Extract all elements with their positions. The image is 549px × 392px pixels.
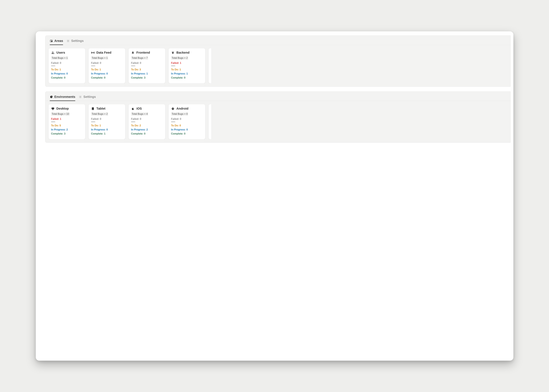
card-tablet[interactable]: Tablet Total Bugs = 2 Failed: 0 To Do: 1…: [88, 104, 125, 139]
card-title: Backend: [176, 51, 190, 54]
stat-complete: Complete: 0: [91, 76, 123, 79]
cards-row-environments: Desktop Total Bugs = 10 Failed: 1 To Do:…: [45, 101, 510, 139]
apple-icon: [131, 107, 134, 110]
card-desktop[interactable]: Desktop Total Bugs = 10 Failed: 1 To Do:…: [49, 104, 85, 139]
tab-label: Areas: [54, 39, 63, 43]
total-bugs: Total Bugs = 10: [51, 112, 70, 116]
tab-environments[interactable]: Environments: [50, 95, 75, 101]
total-bugs: Total Bugs = 4: [131, 112, 148, 116]
total-bugs: Total Bugs = 7: [131, 56, 148, 60]
tab-areas[interactable]: Areas: [50, 39, 63, 45]
svg-point-7: [80, 97, 81, 97]
columns-icon: [50, 39, 53, 42]
tab-environments-settings[interactable]: Settings: [79, 95, 96, 101]
total-bugs: Total Bugs = 1: [91, 56, 108, 60]
tab-label: Environments: [54, 95, 75, 99]
chevrons-down-icon: [171, 51, 175, 54]
stat-todo: To Do: 1: [91, 124, 123, 127]
card-data-feed[interactable]: Data Feed Total Bugs = 1 Failed: 0 To Do…: [88, 48, 125, 84]
card-frontend[interactable]: Frontend Total Bugs = 7 Failed: 0 To Do:…: [128, 48, 165, 84]
tablet-icon: [91, 107, 95, 110]
stat-inprogress: In Progress: 0: [91, 128, 123, 131]
stat-todo: To Do: 2: [131, 124, 163, 127]
stat-complete: Complete: 1: [91, 132, 123, 135]
stat-inprogress: In Progress: 1: [131, 72, 163, 75]
divider: [131, 66, 135, 66]
svg-point-4: [52, 52, 53, 53]
tab-label: Settings: [71, 39, 84, 43]
svg-rect-9: [52, 109, 53, 110]
card-title: Android: [176, 107, 189, 110]
broadcast-icon: [91, 51, 95, 54]
desktop-icon: [51, 107, 55, 110]
stat-todo: To Do: 1: [51, 68, 83, 71]
card-users[interactable]: Users Total Bugs = 1 Failed: 0 To Do: 1 …: [49, 48, 85, 84]
cards-row-areas: Users Total Bugs = 1 Failed: 0 To Do: 1 …: [45, 45, 510, 84]
card-overflow-peek[interactable]: [208, 48, 211, 84]
chevrons-up-icon: [131, 51, 134, 54]
card-overflow-peek[interactable]: [208, 104, 211, 139]
stat-failed: Failed: 1: [51, 118, 83, 120]
dashboard-canvas: Areas Settings Users: [39, 35, 511, 358]
stat-complete: Complete: 3: [51, 132, 83, 135]
stat-todo: To Do: 1: [91, 68, 123, 71]
stat-complete: Complete: 0: [131, 132, 163, 135]
total-bugs: Total Bugs = 1: [51, 56, 68, 60]
app-window: Areas Settings Users: [36, 31, 514, 361]
tabbar-areas: Areas Settings: [45, 35, 510, 45]
stat-failed: Failed: 0: [131, 118, 163, 120]
card-backend[interactable]: Backend Total Bugs = 2 Failed: 1 To Do: …: [169, 48, 205, 84]
divider: [51, 122, 55, 122]
stat-complete: Complete: 0: [171, 132, 203, 135]
pie-chart-icon: [50, 95, 53, 98]
stat-failed: Failed: 0: [171, 118, 203, 120]
svg-rect-2: [51, 40, 52, 41]
gear-icon: [66, 39, 70, 42]
stat-inprogress: In Progress: 0: [171, 128, 203, 131]
card-title: Users: [56, 51, 65, 54]
stat-failed: Failed: 0: [51, 62, 83, 64]
stat-inprogress: In Progress: 2: [51, 128, 83, 131]
svg-rect-8: [51, 107, 54, 109]
svg-rect-16: [174, 108, 174, 109]
gear-icon: [79, 95, 82, 98]
android-icon: [171, 107, 175, 110]
svg-point-5: [53, 52, 54, 53]
stat-failed: Failed: 1: [171, 62, 203, 64]
card-ios[interactable]: iOS Total Bugs = 4 Failed: 0 To Do: 2 In…: [128, 104, 165, 139]
stat-complete: Complete: 0: [171, 76, 203, 79]
svg-rect-1: [50, 40, 51, 42]
total-bugs: Total Bugs = 0: [171, 112, 188, 116]
card-android[interactable]: Android Total Bugs = 0 Failed: 0 To Do: …: [169, 104, 205, 139]
users-icon: [51, 51, 55, 54]
card-title: Frontend: [136, 51, 150, 54]
stat-inprogress: In Progress: 0: [91, 72, 123, 75]
divider: [131, 122, 135, 122]
divider: [171, 66, 175, 66]
card-title: Desktop: [56, 107, 69, 110]
stat-failed: Failed: 0: [131, 62, 163, 64]
tabbar-environments: Environments Settings: [45, 91, 510, 101]
stat-inprogress: In Progress: 2: [131, 128, 163, 131]
card-title: Tablet: [97, 107, 106, 110]
divider: [91, 122, 95, 122]
divider: [171, 122, 175, 122]
stat-complete: Complete: 0: [51, 76, 83, 79]
svg-point-3: [68, 41, 69, 41]
tab-areas-settings[interactable]: Settings: [66, 39, 84, 45]
stat-todo: To Do: 3: [131, 68, 163, 71]
total-bugs: Total Bugs = 2: [171, 56, 188, 60]
svg-point-12: [93, 109, 93, 110]
card-title: Data Feed: [97, 51, 112, 54]
stat-complete: Complete: 3: [131, 76, 163, 79]
stat-inprogress: In Progress: 0: [51, 72, 83, 75]
stat-todo: To Do: 5: [51, 124, 83, 127]
stat-failed: Failed: 0: [91, 62, 123, 64]
card-title: iOS: [136, 107, 142, 110]
tab-label: Settings: [84, 95, 96, 99]
total-bugs: Total Bugs = 2: [91, 112, 108, 116]
divider: [51, 66, 55, 66]
section-environments: Environments Settings Desktop: [45, 91, 511, 143]
stat-failed: Failed: 0: [91, 118, 123, 120]
stat-todo: To Do: 0: [171, 124, 203, 127]
